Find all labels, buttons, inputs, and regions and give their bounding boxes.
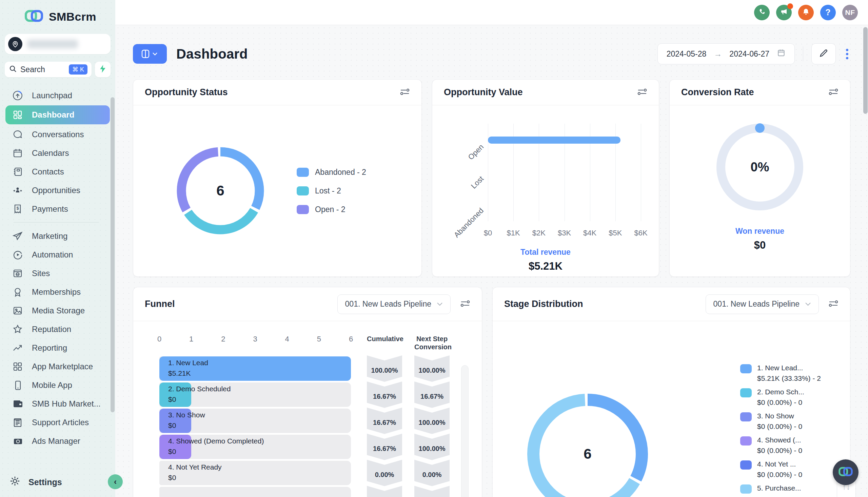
quick-actions-button[interactable] (95, 62, 111, 77)
card-title: Stage Distribution (504, 299, 583, 309)
sidebar-item-ads-manager[interactable]: Ads Manager (0, 431, 115, 450)
sidebar-item-automation[interactable]: Automation (0, 245, 115, 264)
conversion-rate-card: Conversion Rate (669, 79, 850, 277)
next-step-value: 100.00% (414, 408, 450, 434)
pipeline-select[interactable]: 001. New Leads Pipeline (706, 294, 819, 314)
sidebar-item-media-storage[interactable]: Media Storage (0, 301, 115, 320)
opportunity-value-card: Opportunity Value Open (432, 79, 659, 277)
more-options-button[interactable] (844, 47, 850, 61)
category-label: Abandoned (452, 206, 485, 240)
next-step-value: 100.00% (414, 355, 450, 382)
sidebar-item-app-marketplace[interactable]: App Marketplace (0, 357, 115, 376)
paper-plane-icon (12, 231, 23, 241)
sidebar-item-sites[interactable]: Sites (0, 264, 115, 283)
scrollbar-thumb[interactable] (863, 27, 868, 114)
launchpad-icon (12, 90, 23, 101)
sidebar-item-label: Reputation (32, 325, 71, 334)
lightning-bolt-icon (99, 65, 107, 74)
edit-dashboard-button[interactable] (811, 43, 836, 65)
stage-distribution-card: Stage Distribution 001. New Leads Pipeli… (492, 287, 850, 497)
donut-total: 6 (175, 145, 266, 237)
sidebar-item-mobile-app[interactable]: Mobile App (0, 376, 115, 394)
top-header: ? NF (115, 0, 868, 25)
opportunities-icon (12, 185, 23, 196)
sidebar-item-support-articles[interactable]: Support Articles (0, 413, 115, 431)
funnel-scrollbar[interactable] (461, 365, 469, 497)
pipeline-value: 001. New Leads Pipeline (713, 299, 799, 309)
sidebar-item-label: Launchpad (32, 91, 72, 100)
filter-sliders-icon[interactable] (400, 87, 410, 98)
sidebar-collapse-button[interactable]: ‹ (108, 474, 123, 489)
sidebar-item-marketing[interactable]: Marketing (0, 227, 115, 245)
phone-button[interactable] (754, 5, 770, 20)
donut-total: 6 (523, 389, 652, 497)
filter-sliders-icon[interactable] (460, 299, 470, 310)
pipeline-select[interactable]: 001. New Leads Pipeline (337, 294, 451, 314)
legend-item: 4. Not Yet ...$0 (0.00%) - 0 (740, 459, 821, 480)
sidebar-scrollbar[interactable] (111, 97, 114, 412)
legend-item: 3. No Show$0 (0.00%) - 0 (740, 411, 821, 431)
sidebar-item-reporting[interactable]: Reporting (0, 339, 115, 357)
search-shortcut-badge: ⌘ K (69, 65, 87, 74)
notifications-button[interactable] (798, 5, 814, 20)
brand-logo: SMBcrm (0, 0, 115, 24)
brand-name: SMBcrm (49, 10, 96, 23)
ads-manager-icon (12, 436, 23, 446)
sidebar-item-dashboard[interactable]: Dashboard (5, 105, 110, 124)
image-icon (12, 306, 23, 316)
card-title: Conversion Rate (681, 87, 754, 98)
date-from[interactable]: 2024-05-28 (666, 49, 707, 59)
dashboard-switcher-button[interactable] (133, 44, 167, 64)
sidebar-item-smb-hub-market[interactable]: SMB Hub Market... (0, 394, 115, 413)
gear-icon (10, 475, 20, 488)
sidebar-item-payments[interactable]: $ Payments (0, 200, 115, 218)
card-title: Opportunity Status (145, 87, 228, 98)
sidebar-item-conversations[interactable]: Conversations (0, 125, 115, 144)
legend-item: 1. New Lead...$5.21K (33.33%) - 2 (740, 363, 821, 384)
sidebar-divider (14, 222, 99, 223)
sidebar-item-contacts[interactable]: Contacts (0, 162, 115, 181)
sidebar-item-label: Reporting (32, 343, 67, 353)
badge-rosette-icon (12, 287, 23, 297)
sidebar-item-label: Mobile App (32, 381, 72, 390)
date-range-picker[interactable]: 2024-05-28 → 2024-06-27 (658, 43, 795, 65)
sidebar-item-label: Ads Manager (32, 436, 80, 446)
help-button[interactable]: ? (820, 5, 836, 20)
legend-swatch (740, 436, 752, 445)
user-avatar[interactable]: NF (842, 5, 858, 20)
funnel-row: 2. Demo Scheduled$0 16.67% 16.67% (160, 383, 482, 407)
date-to[interactable]: 2024-06-27 (729, 49, 769, 59)
cumulative-value: 16.67% (367, 408, 402, 434)
announcements-button[interactable] (776, 5, 792, 20)
legend-item: 4. Showed (...$0 (0.00%) - 0 (740, 435, 821, 456)
next-step-column-header: Next Step Conversion (414, 335, 450, 351)
filter-sliders-icon[interactable] (637, 87, 647, 98)
chat-widget-button[interactable] (833, 459, 858, 485)
legend-swatch (740, 364, 752, 373)
conversion-value: 0% (712, 119, 807, 214)
sidebar-item-label: Marketing (32, 231, 68, 241)
search-input[interactable]: Search ⌘ K (5, 62, 92, 77)
total-revenue-label[interactable]: Total revenue (432, 248, 659, 257)
chevron-down-icon (805, 302, 811, 306)
account-switcher[interactable] (5, 34, 111, 54)
sidebar-item-launchpad[interactable]: Launchpad (0, 86, 115, 105)
sidebar-item-memberships[interactable]: Memberships (0, 283, 115, 301)
next-step-value: 100.00% (414, 434, 450, 460)
cumulative-value: 100.00% (367, 355, 402, 382)
sidebar-item-calendars[interactable]: Calendars (0, 144, 115, 162)
filter-sliders-icon[interactable] (828, 299, 839, 310)
sidebar-item-reputation[interactable]: Reputation (0, 320, 115, 339)
pencil-icon (819, 48, 828, 59)
page-scrollbar[interactable] (863, 27, 868, 495)
sidebar-nav: Launchpad Dashboard Conversations (0, 86, 115, 450)
card-title: Opportunity Value (444, 87, 523, 98)
legend-swatch (740, 388, 752, 397)
next-step-value: 0.00% (414, 460, 450, 486)
won-revenue-label[interactable]: Won revenue (735, 227, 784, 236)
sidebar-item-opportunities[interactable]: Opportunities (0, 181, 115, 200)
filter-sliders-icon[interactable] (828, 87, 839, 98)
sidebar-item-settings[interactable]: Settings (0, 467, 115, 497)
card-title: Funnel (145, 299, 175, 309)
chevron-down-icon (437, 302, 443, 306)
